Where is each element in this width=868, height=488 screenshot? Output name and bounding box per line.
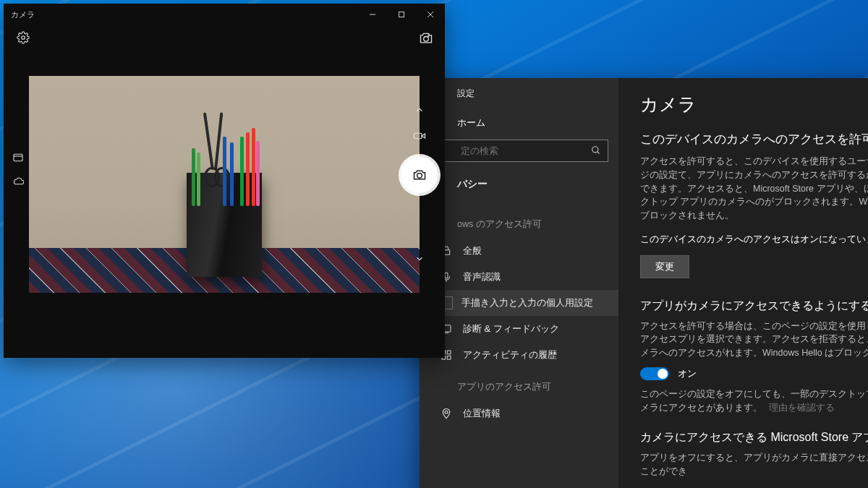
sidebar-item-general[interactable]: 全般	[420, 238, 618, 264]
svg-point-21	[417, 174, 422, 179]
camera-top-toolbar	[4, 31, 445, 48]
svg-marker-20	[422, 134, 425, 138]
svg-point-16	[424, 37, 429, 42]
sidebar-item-speech[interactable]: 音声認識	[420, 264, 618, 290]
sidebar-group-windows-permissions: ows のアクセス許可	[420, 205, 618, 238]
svg-point-0	[592, 147, 598, 153]
page-title: カメラ	[640, 93, 868, 116]
camera-switch-icon[interactable]	[419, 31, 432, 44]
toggle-label: オン	[678, 367, 697, 380]
chevron-down-icon[interactable]	[414, 254, 425, 264]
section3-description: アプリをオフにすると、アプリがカメラに直接アクセスするのを防ぐことができ	[640, 451, 868, 479]
svg-rect-17	[14, 154, 22, 160]
section1-description: アクセスを許可すると、このデバイスを使用するユーザーはこのページの設定て、アプリ…	[640, 155, 868, 223]
svg-rect-7	[447, 351, 451, 354]
camera-titlebar[interactable]: カメラ	[4, 4, 445, 25]
sidebar-item-label: アクティビティの履歴	[463, 348, 557, 361]
camera-preview-image	[29, 76, 420, 293]
section1-heading: このデバイスのカメラへのアクセスを許可する	[640, 131, 868, 147]
close-button[interactable]	[416, 4, 445, 25]
check-reason-link[interactable]: 理由を確認する	[769, 403, 835, 413]
hdr-icon[interactable]	[12, 175, 25, 188]
sidebar-item-label: 全般	[463, 244, 482, 257]
sidebar-item-label: 診断 & フィードバック	[463, 322, 559, 335]
camera-left-controls	[12, 152, 25, 188]
video-mode-icon[interactable]	[413, 129, 426, 142]
search-icon[interactable]	[591, 145, 601, 158]
camera-viewport	[29, 76, 420, 293]
section3-heading: カメラにアクセスできる Microsoft Store アプリを選	[640, 430, 868, 445]
sidebar-item-inking[interactable]: 手描き入力と入力の個人用設定	[420, 290, 618, 316]
svg-rect-19	[414, 133, 422, 139]
location-icon	[440, 407, 453, 420]
section2-description: アクセスを許可する場合は、このページの設定を使用して、カメラにアクセスプリを選択…	[640, 320, 868, 360]
sidebar-item-activity[interactable]: アクティビティの履歴	[420, 342, 618, 368]
sidebar-group-app-permissions: アプリのアクセス許可	[420, 368, 618, 401]
sidebar-item-label: 位置情報	[463, 407, 501, 420]
section2-heading: アプリがカメラにアクセスできるようにする	[640, 299, 868, 314]
svg-rect-12	[399, 12, 404, 17]
shutter-button[interactable]	[401, 157, 438, 193]
sidebar-item-diagnostics[interactable]: 診断 & フィードバック	[420, 316, 618, 342]
maximize-button[interactable]	[387, 4, 416, 25]
chevron-up-icon[interactable]	[414, 105, 425, 115]
change-button[interactable]: 変更	[640, 255, 689, 278]
toggle-knob	[658, 369, 668, 379]
svg-point-15	[22, 36, 25, 40]
settings-content: カメラ このデバイスのカメラへのアクセスを許可する アクセスを許可すると、このデ…	[618, 78, 868, 488]
camera-right-controls	[401, 105, 438, 264]
sidebar-home[interactable]: ホーム	[420, 112, 618, 140]
window-controls	[358, 4, 445, 25]
sidebar-item-location[interactable]: 位置情報	[420, 401, 618, 427]
settings-window: 設定 ホーム バシー ows のアクセス許可 全般 音声認識 手描き入力と入力の…	[420, 78, 868, 488]
svg-line-1	[597, 152, 600, 154]
search-wrapper	[430, 140, 608, 162]
allow-apps-camera-toggle[interactable]: オン	[640, 367, 868, 380]
toggle-track[interactable]	[640, 367, 669, 380]
svg-rect-9	[447, 356, 451, 359]
gear-icon[interactable]	[17, 31, 30, 44]
camera-title: カメラ	[11, 9, 35, 20]
sidebar-item-label: 音声認識	[463, 270, 501, 283]
sidebar-category-privacy: バシー	[420, 172, 618, 205]
sidebar-item-label: 手描き入力と入力の個人用設定	[461, 296, 593, 309]
section2-note: このページの設定をオフにしても、一部のデスクトップ アプリがカメラにアクセとがあ…	[640, 388, 868, 415]
camera-app-window: カメラ	[4, 4, 445, 358]
settings-window-title: 設定	[420, 87, 618, 112]
svg-rect-3	[445, 273, 448, 278]
timer-icon[interactable]	[12, 152, 25, 165]
settings-sidebar: 設定 ホーム バシー ows のアクセス許可 全般 音声認識 手描き入力と入力の…	[420, 78, 618, 488]
svg-point-10	[445, 411, 448, 414]
minimize-button[interactable]	[358, 4, 387, 25]
search-input[interactable]	[430, 140, 608, 162]
section1-status: このデバイスのカメラへのアクセスはオンになっています	[640, 233, 868, 247]
